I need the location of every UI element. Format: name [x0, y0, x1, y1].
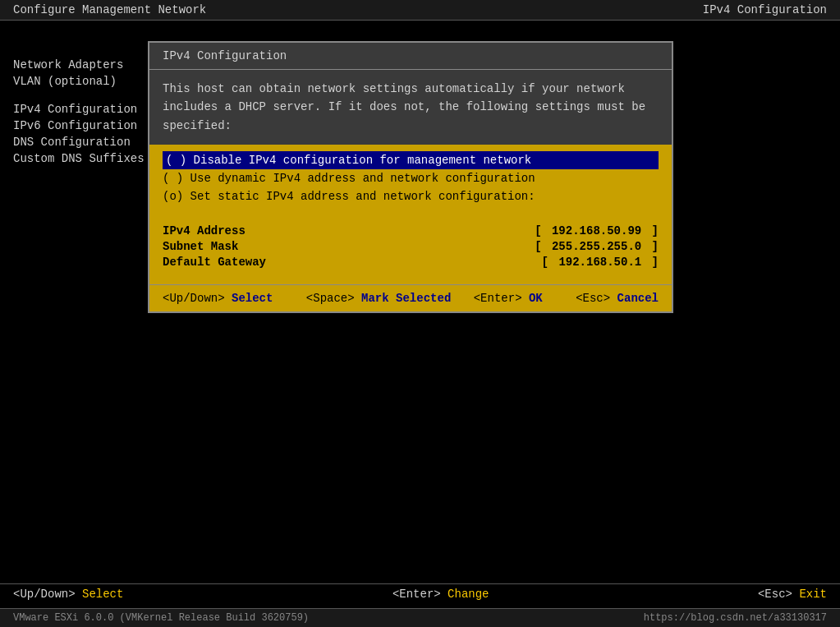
- field-ipv4-address: IPv4 Address [ 192.168.50.99 ]: [163, 224, 659, 237]
- dialog-options: ( ) Disable IPv4 configuration for manag…: [149, 145, 672, 212]
- enter-hint: <Enter> OK: [474, 292, 543, 305]
- esc-hint: <Esc> Cancel: [576, 292, 659, 305]
- space-hint: <Space> Mark Selected: [306, 292, 451, 305]
- dialog-footer: <Up/Down> Select <Space> Mark Selected <…: [149, 284, 672, 311]
- dialog-title: IPv4 Configuration: [149, 43, 672, 70]
- vmware-bar: VMware ESXi 6.0.0 (VMKernel Release Buil…: [0, 608, 840, 627]
- bottom-bar: <Up/Down> Select <Enter> Change <Esc> Ex…: [0, 583, 840, 604]
- header-left-title: Configure Management Network: [13, 3, 206, 16]
- bottom-center-hint: <Enter> Change: [392, 588, 489, 601]
- field-default-gateway: Default Gateway [ 192.168.50.1 ]: [163, 256, 659, 269]
- header-bar: Configure Management Network IPv4 Config…: [0, 0, 840, 21]
- up-down-hint: <Up/Down> Select: [163, 292, 273, 305]
- field-subnet-mask: Subnet Mask [ 255.255.255.0 ]: [163, 240, 659, 253]
- option-use-dynamic[interactable]: ( ) Use dynamic IPv4 address and network…: [163, 169, 659, 187]
- bottom-right-hint: <Esc> Exit: [758, 588, 827, 601]
- option-disable-ipv4[interactable]: ( ) Disable IPv4 configuration for manag…: [163, 151, 659, 169]
- vmware-url: https://blog.csdn.net/a33130317: [644, 612, 827, 624]
- option-set-static[interactable]: (o) Set static IPv4 address and network …: [163, 187, 659, 205]
- dialog-fields: IPv4 Address [ 192.168.50.99 ] Subnet Ma…: [149, 212, 672, 284]
- vmware-version: VMware ESXi 6.0.0 (VMKernel Release Buil…: [13, 612, 309, 624]
- header-right-title: IPv4 Configuration: [703, 3, 827, 16]
- bottom-left-hint: <Up/Down> Select: [13, 588, 123, 601]
- dialog-description: This host can obtain network settings au…: [149, 70, 672, 145]
- ipv4-config-dialog: IPv4 Configuration This host can obtain …: [148, 41, 673, 313]
